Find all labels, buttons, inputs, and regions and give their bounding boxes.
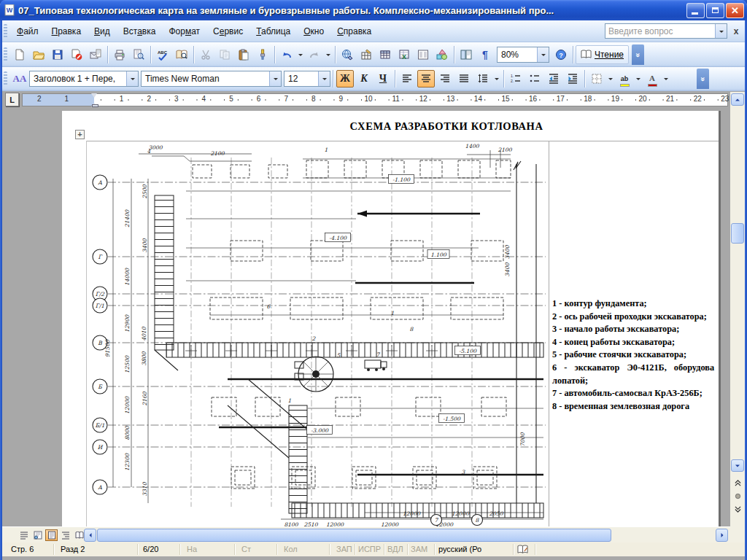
restore-button[interactable] — [706, 3, 724, 18]
font-color-button[interactable]: А — [643, 70, 661, 88]
status-language[interactable]: русский (Ро — [438, 545, 481, 553]
menu-item-Сервис[interactable]: Сервис — [206, 23, 249, 40]
font-color-dropdown[interactable] — [662, 70, 670, 88]
save-button[interactable] — [49, 46, 66, 63]
close-button[interactable]: ✕ — [726, 3, 744, 18]
cut-button[interactable] — [197, 46, 214, 63]
italic-button[interactable]: К — [355, 70, 373, 88]
new-document-button[interactable] — [11, 46, 28, 63]
spelling-status-icon[interactable] — [517, 544, 528, 555]
borders-button[interactable] — [588, 70, 605, 88]
print-layout-view-button[interactable] — [45, 529, 58, 541]
decrease-indent-button[interactable] — [545, 70, 562, 88]
menu-item-Окно[interactable]: Окно — [297, 23, 330, 40]
web-layout-button[interactable] — [31, 529, 44, 541]
increase-indent-button[interactable] — [564, 70, 581, 88]
tables-borders-button[interactable] — [357, 46, 375, 63]
menu-item-Файл[interactable]: Файл — [10, 23, 45, 40]
scroll-down-button[interactable] — [731, 459, 744, 472]
columns-button[interactable] — [414, 46, 432, 63]
font-dropdown-button[interactable] — [269, 71, 281, 86]
toolbar-grip[interactable] — [4, 24, 7, 39]
undo-dropdown[interactable] — [296, 46, 305, 63]
show-hide-pilcrow-button[interactable]: ¶ — [476, 46, 494, 63]
previous-page-button[interactable] — [730, 477, 745, 489]
drawing-button[interactable] — [433, 46, 451, 63]
horizontal-ruler[interactable]: 211234567891011121314151617181920212223 — [22, 93, 728, 106]
normal-view-button[interactable] — [18, 529, 30, 541]
email-button[interactable] — [87, 46, 104, 63]
menu-item-Справка[interactable]: Справка — [330, 23, 378, 40]
line-spacing-button[interactable] — [474, 70, 492, 88]
styles-button[interactable]: АА — [11, 70, 28, 88]
underline-button[interactable]: Ч — [374, 70, 392, 88]
table-move-handle[interactable]: + — [75, 130, 85, 139]
insert-table-button[interactable] — [376, 46, 394, 63]
scroll-left-button[interactable] — [84, 529, 96, 542]
help-button[interactable]: ? — [552, 46, 570, 63]
bold-button[interactable]: Ж — [336, 70, 354, 88]
status-overtype-mode[interactable]: ЗАМ — [411, 545, 427, 553]
scroll-up-button[interactable] — [731, 93, 744, 106]
svg-text:В: В — [98, 340, 102, 346]
insert-excel-button[interactable]: X — [395, 46, 413, 63]
print-preview-button[interactable] — [130, 46, 147, 63]
line-spacing-dropdown[interactable] — [492, 70, 501, 88]
horizontal-scroll-thumb[interactable] — [97, 529, 611, 542]
highlight-dropdown[interactable] — [634, 70, 643, 88]
zoom-combo[interactable]: 80% — [497, 47, 549, 63]
toolbar-grip[interactable] — [4, 71, 7, 86]
minimize-button[interactable] — [686, 3, 705, 18]
font-combo[interactable]: Times New Roman — [141, 71, 282, 87]
style-combo[interactable]: Заголовок 1 + Пере, — [29, 71, 139, 87]
size-dropdown-button[interactable] — [318, 71, 330, 86]
document-map-button[interactable] — [457, 46, 475, 63]
ask-dropdown-button[interactable] — [715, 24, 727, 38]
paste-button[interactable] — [235, 46, 252, 63]
hyperlink-button[interactable] — [338, 46, 356, 63]
next-page-button[interactable] — [730, 503, 745, 515]
vertical-scrollbar[interactable] — [730, 92, 745, 526]
toolbar-close-button[interactable]: x — [727, 26, 745, 36]
align-right-button[interactable] — [436, 70, 454, 88]
menu-item-Правка[interactable]: Правка — [45, 23, 88, 40]
justify-button[interactable] — [455, 70, 473, 88]
status-extend-mode[interactable]: ВДЛ — [387, 545, 403, 553]
research-button[interactable] — [173, 46, 190, 63]
font-size-combo[interactable]: 12 — [284, 71, 330, 87]
align-center-button[interactable] — [417, 70, 435, 88]
ask-question-input[interactable]: Введите вопрос — [605, 23, 727, 39]
zoom-dropdown-button[interactable] — [537, 47, 549, 62]
left-indent-marker[interactable] — [92, 104, 98, 107]
scroll-right-button[interactable] — [716, 529, 728, 542]
undo-button[interactable] — [278, 46, 295, 63]
status-track-changes[interactable]: ИСПР — [358, 545, 381, 553]
menu-item-Вид[interactable]: Вид — [88, 23, 117, 40]
align-left-button[interactable] — [398, 70, 416, 88]
select-browse-object-button[interactable] — [730, 490, 745, 502]
highlight-button[interactable]: ab — [616, 70, 633, 88]
tab-selector[interactable]: L — [5, 93, 19, 106]
redo-dropdown[interactable] — [324, 46, 333, 63]
menu-item-Формат[interactable]: Формат — [162, 23, 206, 40]
outline-view-button[interactable] — [59, 529, 71, 541]
style-dropdown-button[interactable] — [126, 71, 138, 86]
spelling-button[interactable]: ABC — [154, 46, 171, 63]
redo-button[interactable] — [306, 46, 323, 63]
numbered-list-button[interactable]: 1.2. — [507, 70, 525, 88]
open-button[interactable] — [30, 46, 47, 63]
menu-item-Вставка[interactable]: Вставка — [117, 23, 163, 40]
toolbar-options-button[interactable]: » — [632, 44, 644, 65]
format-painter-button[interactable] — [254, 46, 271, 63]
toolbar-options-button[interactable]: » — [697, 69, 709, 89]
toolbar-grip[interactable] — [4, 47, 7, 62]
status-record-mode[interactable]: ЗАП — [336, 545, 352, 553]
menu-item-Таблица[interactable]: Таблица — [249, 23, 297, 40]
bullet-list-button[interactable] — [526, 70, 543, 88]
print-button[interactable] — [111, 46, 128, 63]
borders-dropdown[interactable] — [606, 70, 615, 88]
reading-mode-button[interactable]: Чтение — [576, 45, 629, 64]
permission-button[interactable] — [68, 46, 85, 63]
copy-button[interactable] — [216, 46, 233, 63]
vertical-scroll-thumb[interactable] — [731, 223, 744, 244]
